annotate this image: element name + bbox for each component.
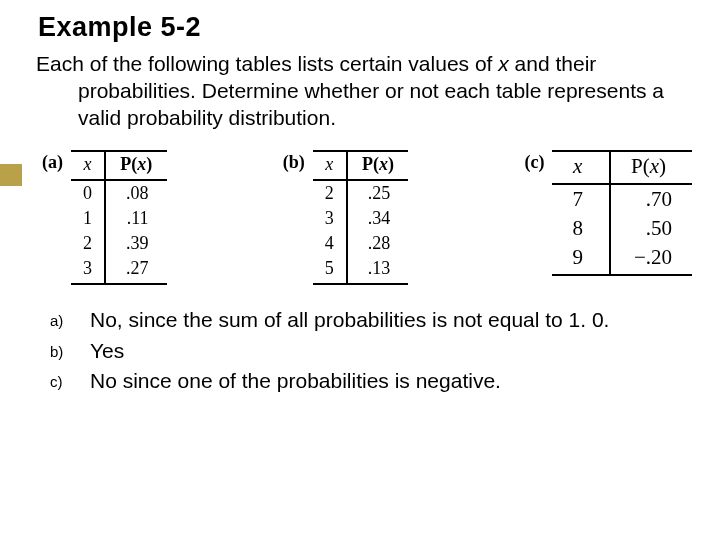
- table-b: x P(x) 2.25 3.34 4.28 5.13: [313, 150, 409, 285]
- cell-x: 3: [71, 256, 105, 284]
- cell-p: .39: [105, 231, 167, 256]
- answer-c: c) No since one of the probabilities is …: [50, 368, 688, 395]
- table-c: x P(x) 7.70 8.50 9−.20: [552, 150, 692, 276]
- table-block-c: (c) x P(x) 7.70 8.50 9−.20: [525, 150, 693, 276]
- cell-p: .08: [105, 180, 167, 206]
- table-block-a: (a) x P(x) 0.08 1.11 2.39 3.27: [42, 150, 167, 285]
- table-label-a: (a): [42, 152, 63, 173]
- table-a: x P(x) 0.08 1.11 2.39 3.27: [71, 150, 167, 285]
- answer-a: a) No, since the sum of all probabilitie…: [50, 307, 688, 334]
- answer-text: No since one of the probabilities is neg…: [90, 368, 688, 395]
- answers-list: a) No, since the sum of all probabilitie…: [50, 307, 688, 396]
- cell-x: 5: [313, 256, 347, 284]
- cell-p: .50: [610, 214, 692, 243]
- cell-p: .25: [347, 180, 409, 206]
- cell-x: 2: [71, 231, 105, 256]
- table-label-c: (c): [525, 152, 545, 173]
- cell-p: .34: [347, 206, 409, 231]
- cell-x: 3: [313, 206, 347, 231]
- cell-x: 9: [552, 243, 610, 275]
- col-x: x: [71, 151, 105, 180]
- col-x: x: [313, 151, 347, 180]
- tables-row: (a) x P(x) 0.08 1.11 2.39 3.27 (b) x P(x…: [42, 150, 692, 285]
- cell-x: 1: [71, 206, 105, 231]
- col-px: P(x): [105, 151, 167, 180]
- answer-text: No, since the sum of all probabilities i…: [90, 307, 688, 334]
- answer-marker: b): [50, 338, 90, 360]
- slide: Example 5-2 Each of the following tables…: [0, 0, 720, 540]
- prompt-part1: Each of the following tables lists certa…: [36, 52, 498, 75]
- prompt-text: Each of the following tables lists certa…: [36, 51, 696, 132]
- cell-p: .70: [610, 184, 692, 214]
- cell-p: .11: [105, 206, 167, 231]
- answer-marker: a): [50, 307, 90, 329]
- table-label-b: (b): [283, 152, 305, 173]
- col-px: P(x): [347, 151, 409, 180]
- example-title: Example 5-2: [38, 12, 696, 43]
- cell-x: 4: [313, 231, 347, 256]
- cell-p: .27: [105, 256, 167, 284]
- cell-x: 0: [71, 180, 105, 206]
- prompt-var: x: [498, 52, 509, 75]
- accent-square: [0, 164, 22, 186]
- cell-p: −.20: [610, 243, 692, 275]
- cell-x: 7: [552, 184, 610, 214]
- cell-p: .13: [347, 256, 409, 284]
- cell-x: 2: [313, 180, 347, 206]
- table-block-b: (b) x P(x) 2.25 3.34 4.28 5.13: [283, 150, 409, 285]
- col-x: x: [552, 151, 610, 184]
- answer-b: b) Yes: [50, 338, 688, 365]
- cell-p: .28: [347, 231, 409, 256]
- answer-text: Yes: [90, 338, 688, 365]
- cell-x: 8: [552, 214, 610, 243]
- answer-marker: c): [50, 368, 90, 390]
- col-px: P(x): [610, 151, 692, 184]
